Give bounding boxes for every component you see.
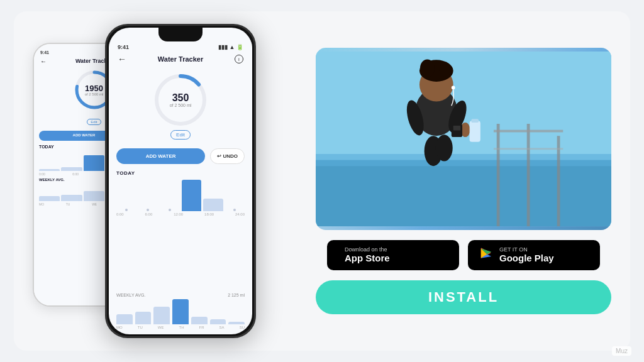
phone-screen: 9:41 ▮▮▮ ▲ 🔋 ← Water Tracker i (109, 28, 252, 334)
weekly-bar-th (172, 299, 189, 324)
weekly-bar-we (153, 307, 170, 324)
bar-group-1 (116, 209, 136, 211)
svg-rect-24 (453, 126, 461, 131)
phone-front: 9:41 ▮▮▮ ▲ 🔋 ← Water Tracker i (105, 24, 256, 338)
svg-point-15 (420, 59, 435, 77)
weekly-bar-sa (210, 319, 226, 324)
weekly-header: WEEKLY AVG. 2 125 ml (116, 293, 245, 297)
bar-group-5 (203, 199, 223, 211)
google-store-text: GET IT ON Google Play (499, 247, 554, 264)
athlete-photo (316, 48, 611, 230)
pb-back-arrow: ← (40, 58, 47, 65)
phone-notch (158, 28, 203, 41)
bar-group-6 (225, 209, 245, 211)
circle-text: 350 of 2 500 ml (170, 93, 192, 107)
circle-ring: 350 of 2 500 ml (152, 72, 209, 128)
phones-section: 9:41 ▮▮▮ ▲ ← Water Tracker 1950 of 2 500… (33, 24, 303, 338)
google-store-subtitle: GET IT ON (499, 247, 554, 253)
svg-point-17 (452, 86, 455, 90)
svg-rect-6 (316, 154, 611, 166)
weekly-bar-tu (135, 312, 152, 324)
circle-container: 350 of 2 500 ml Edit (109, 67, 252, 145)
svg-rect-21 (470, 121, 480, 142)
weekly-bar-su (228, 322, 245, 324)
pb-water-label: of 2 500 ml (85, 92, 104, 96)
today-section-label: TODAY (109, 168, 252, 177)
svg-point-16 (440, 62, 452, 77)
today-bar-chart: 0:006:0012:0018:0024:00 (109, 177, 252, 290)
weekly-bar-fr (191, 317, 208, 324)
phone-status-bar: 9:41 ▮▮▮ ▲ 🔋 (109, 41, 252, 52)
svg-rect-11 (494, 148, 563, 150)
pb-water-value: 1950 (85, 84, 104, 92)
weekly-bar-mo (116, 314, 133, 324)
svg-rect-8 (527, 124, 530, 226)
add-water-button[interactable]: ADD WATER (116, 148, 205, 164)
svg-rect-5 (316, 160, 611, 227)
svg-rect-22 (471, 119, 479, 123)
google-store-name: Google Play (499, 253, 554, 264)
phone-info-icon: i (235, 55, 243, 63)
watermark: Muz (612, 346, 631, 356)
bar-group-4 (182, 180, 202, 211)
install-button[interactable]: INSTALL (316, 280, 611, 314)
water-value: 350 (170, 93, 192, 103)
time-labels: 0:006:0012:0018:0024:00 (116, 211, 245, 217)
phone-title: Water Tracker (158, 55, 203, 63)
weekly-bars (116, 299, 245, 324)
apple-store-name: App Store (345, 253, 390, 264)
pb-circle-text: 1950 of 2 500 ml (85, 84, 104, 96)
day-labels: MOTUWETHFRSASU (116, 326, 245, 329)
weekly-value: 2 125 ml (228, 293, 245, 297)
svg-rect-10 (494, 130, 563, 133)
today-bars (116, 180, 245, 211)
svg-point-26 (436, 134, 453, 161)
weekly-section: WEEKLY AVG. 2 125 ml (109, 290, 252, 334)
undo-button[interactable]: ↩ UNDO (210, 148, 245, 164)
bar-group-3 (160, 209, 180, 211)
athlete-svg (316, 48, 611, 230)
main-container: 9:41 ▮▮▮ ▲ ← Water Tracker 1950 of 2 500… (14, 11, 630, 351)
phone-signal-icons: ▮▮▮ ▲ 🔋 (218, 44, 243, 50)
right-section: Download on the App Store GET IT ON Goo (316, 48, 611, 314)
phone-time: 9:41 (118, 44, 129, 50)
pb-time: 9:41 (40, 50, 49, 55)
google-play-icon (479, 246, 493, 264)
pb-edit-btn: Edit (87, 119, 101, 125)
phone-front-inner: 9:41 ▮▮▮ ▲ 🔋 ← Water Tracker i (109, 28, 252, 334)
edit-button[interactable]: Edit (170, 130, 191, 140)
apple-store-button[interactable]: Download on the App Store (327, 240, 459, 270)
svg-rect-7 (497, 124, 500, 226)
bar-group-2 (138, 209, 158, 211)
phone-header: ← Water Tracker i (109, 52, 252, 67)
weekly-label: WEEKLY AVG. (116, 293, 145, 297)
apple-store-subtitle: Download on the (345, 247, 390, 253)
water-sublabel: of 2 500 ml (170, 103, 192, 107)
action-buttons: ADD WATER ↩ UNDO (109, 145, 252, 168)
store-buttons: Download on the App Store GET IT ON Goo (316, 240, 611, 270)
phone-back-arrow: ← (118, 54, 126, 64)
apple-store-text: Download on the App Store (345, 247, 390, 264)
google-play-button[interactable]: GET IT ON Google Play (468, 240, 600, 270)
